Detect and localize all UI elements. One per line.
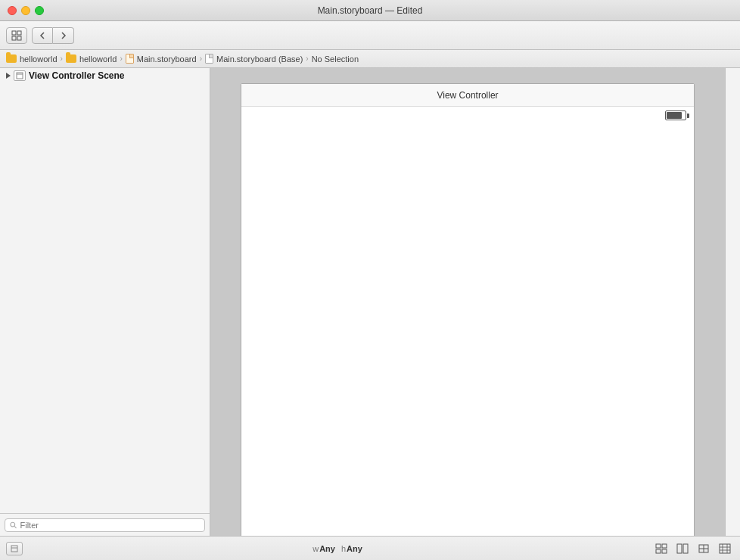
resize-button[interactable] — [716, 540, 734, 557]
view-controller-frame: View Controller — [241, 83, 695, 536]
storyboard-file-icon — [126, 54, 134, 64]
svg-rect-8 — [11, 546, 17, 552]
zoom-reset-icon — [676, 543, 689, 554]
svg-rect-13 — [662, 549, 667, 553]
filter-search-icon — [10, 521, 17, 529]
breadcrumb-label: helloworld — [79, 54, 117, 64]
folder-icon — [6, 54, 17, 63]
breadcrumb-chevron: › — [200, 54, 202, 63]
main-layout: View Controller Scene View Controller — [0, 68, 740, 536]
window-title: Main.storyboard — Edited — [318, 5, 423, 16]
right-panel: uil — [725, 68, 740, 536]
zoom-fit-icon — [655, 543, 667, 554]
svg-point-6 — [11, 522, 15, 527]
maximize-button[interactable] — [35, 6, 44, 15]
battery-indicator — [665, 110, 686, 120]
add-scene-button[interactable] — [6, 542, 23, 555]
view-controller-content — [241, 107, 694, 536]
breadcrumb-item-helloworld1[interactable]: helloworld — [6, 54, 58, 64]
h-label: h — [341, 544, 346, 553]
grid-icon — [11, 30, 22, 41]
svg-rect-15 — [683, 544, 688, 553]
svg-rect-2 — [12, 36, 16, 40]
grid-view-button[interactable] — [6, 27, 27, 44]
minimize-button[interactable] — [21, 6, 30, 15]
svg-rect-0 — [12, 31, 16, 35]
breadcrumb-label: helloworld — [20, 54, 58, 64]
breadcrumb-label: No Selection — [312, 54, 359, 64]
zoom-out-button[interactable] — [652, 540, 670, 557]
breadcrumb-item-helloworld2[interactable]: helloworld — [66, 54, 117, 64]
battery-fill — [667, 112, 682, 119]
view-controller-icon — [14, 70, 26, 81]
scene-item-label: View Controller Scene — [29, 70, 125, 81]
close-button[interactable] — [8, 6, 17, 15]
svg-rect-12 — [656, 549, 661, 553]
breadcrumb-chevron: › — [120, 54, 122, 63]
breadcrumb-chevron: › — [61, 54, 63, 63]
breadcrumb-label: Main.storyboard — [137, 54, 197, 64]
view-controller-scene-item[interactable]: View Controller Scene — [0, 68, 210, 83]
scene-tree: View Controller Scene — [0, 68, 210, 513]
svg-rect-19 — [720, 544, 730, 553]
size-class-indicator[interactable]: w Any h Any — [312, 544, 362, 553]
w-label: w — [312, 544, 319, 553]
svg-line-7 — [14, 526, 16, 527]
back-button[interactable] — [32, 27, 53, 44]
bottom-center: w Any h Any — [312, 544, 362, 553]
vc-title-text: View Controller — [437, 90, 498, 101]
bottom-bar: w Any h Any — [0, 536, 740, 560]
add-icon — [11, 545, 18, 552]
h-any-label: Any — [347, 544, 362, 553]
bottom-right — [652, 540, 734, 557]
zoom-in-icon — [698, 543, 710, 554]
title-bar: Main.storyboard — Edited — [0, 0, 740, 21]
left-panel-bottom — [0, 513, 210, 536]
svg-rect-3 — [17, 36, 21, 40]
folder-icon — [66, 54, 76, 63]
breadcrumb-label: Main.storyboard (Base) — [216, 54, 303, 64]
back-chevron-icon — [39, 31, 45, 40]
w-any-label: Any — [319, 544, 335, 553]
breadcrumb-item-mainstoryboard[interactable]: Main.storyboard — [126, 54, 197, 64]
breadcrumb-item-mainstoryboard-base[interactable]: Main.storyboard (Base) — [205, 54, 303, 64]
zoom-reset-button[interactable] — [673, 540, 692, 557]
filter-input-wrap[interactable] — [5, 518, 205, 532]
forward-button[interactable] — [53, 27, 74, 44]
breadcrumb-chevron: › — [306, 54, 308, 63]
resize-icon — [719, 543, 731, 554]
zoom-in-button[interactable] — [695, 540, 713, 557]
left-panel: View Controller Scene — [0, 68, 210, 536]
canvas-area[interactable]: View Controller — [210, 68, 725, 536]
breadcrumb-item-noselection: No Selection — [312, 54, 359, 64]
view-controller-title: View Controller — [241, 84, 694, 107]
toolbar — [0, 21, 740, 50]
svg-rect-11 — [662, 544, 667, 548]
traffic-lights — [8, 6, 44, 15]
svg-rect-10 — [656, 544, 661, 548]
nav-buttons — [32, 27, 74, 44]
filter-input[interactable] — [20, 521, 200, 530]
base-file-icon — [205, 54, 213, 64]
svg-rect-4 — [17, 73, 23, 79]
disclosure-triangle-icon — [6, 73, 11, 79]
vc-symbol-icon — [16, 72, 23, 79]
svg-rect-1 — [17, 31, 21, 35]
bottom-left — [6, 542, 23, 555]
forward-chevron-icon — [61, 31, 67, 40]
svg-rect-14 — [677, 544, 682, 553]
breadcrumb: helloworld › helloworld › Main.storyboar… — [0, 50, 740, 68]
